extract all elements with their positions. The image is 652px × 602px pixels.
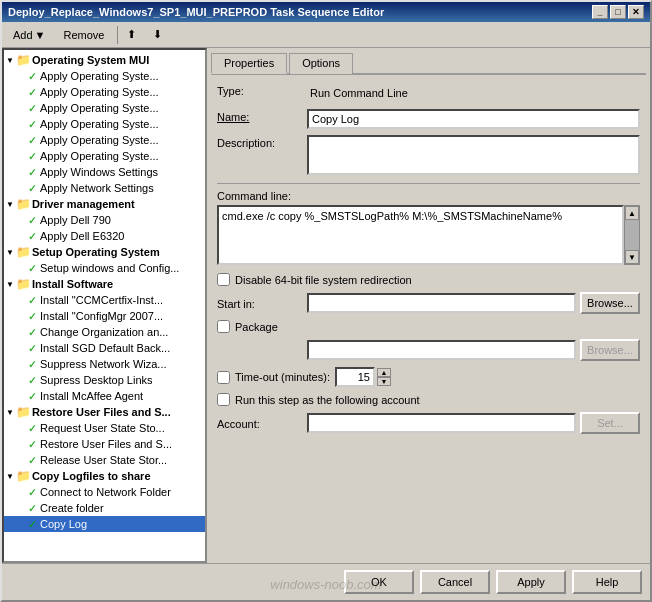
tree-item[interactable]: ✓Install SGD Default Back... — [4, 340, 205, 356]
run-as-row: Run this step as the following account — [217, 393, 640, 406]
tree-item[interactable]: ▼📁Driver management — [4, 196, 205, 212]
tab-properties[interactable]: Properties — [211, 53, 287, 74]
tree-item[interactable]: ✓Create folder — [4, 500, 205, 516]
disable-64bit-checkbox[interactable] — [217, 273, 230, 286]
check-icon: ✓ — [24, 357, 40, 371]
run-as-checkbox[interactable] — [217, 393, 230, 406]
tab-options[interactable]: Options — [289, 53, 353, 74]
help-button[interactable]: Help — [572, 570, 642, 594]
cancel-button[interactable]: Cancel — [420, 570, 490, 594]
tree-item-label: Apply Operating Syste... — [40, 86, 159, 98]
add-dropdown-icon[interactable]: ▼ — [35, 29, 46, 41]
title-bar: Deploy_Replace_Windows7_SP1_MUI_PREPROD … — [2, 2, 650, 22]
browse-start-in-button[interactable]: Browse... — [580, 292, 640, 314]
folder-icon: 📁 — [16, 469, 32, 483]
close-button[interactable]: ✕ — [628, 5, 644, 19]
description-field[interactable] — [307, 135, 640, 177]
tree-item[interactable]: ▼📁Restore User Files and S... — [4, 404, 205, 420]
account-row: Account: Set... — [217, 412, 640, 434]
tree-item[interactable]: ✓Apply Dell E6320 — [4, 228, 205, 244]
package-checkbox[interactable] — [217, 320, 230, 333]
tree-item-label: Apply Operating Syste... — [40, 102, 159, 114]
tree-item-label: Driver management — [32, 198, 135, 210]
account-input[interactable] — [307, 413, 576, 433]
spinner-up[interactable]: ▲ — [377, 368, 391, 377]
tree-item[interactable]: ✓Apply Operating Syste... — [4, 148, 205, 164]
command-box[interactable]: cmd.exe /c copy %_SMSTSLogPath% M:\%_SMS… — [217, 205, 624, 265]
scroll-up-arrow[interactable]: ▲ — [625, 206, 639, 220]
toolbar-icon1[interactable]: ⬆ — [124, 25, 146, 44]
package-input[interactable] — [307, 340, 576, 360]
bottom-bar: windows-noob.com OK Cancel Apply Help — [2, 563, 650, 600]
tree-item[interactable]: ✓Request User State Sto... — [4, 420, 205, 436]
check-icon: ✓ — [24, 229, 40, 243]
title-bar-buttons: _ □ ✕ — [592, 5, 644, 19]
tree-item[interactable]: ▼📁Copy Logfiles to share — [4, 468, 205, 484]
spinner-down[interactable]: ▼ — [377, 377, 391, 386]
tree-item[interactable]: ✓Apply Operating Syste... — [4, 116, 205, 132]
tree-item[interactable]: ✓Connect to Network Folder — [4, 484, 205, 500]
tree-item[interactable]: ✓Apply Operating Syste... — [4, 84, 205, 100]
tree-item[interactable]: ✓Apply Operating Syste... — [4, 132, 205, 148]
check-icon: ✓ — [24, 421, 40, 435]
apply-button[interactable]: Apply — [496, 570, 566, 594]
tree-item[interactable]: ✓Apply Operating Syste... — [4, 100, 205, 116]
tree-item[interactable]: ✓Release User State Stor... — [4, 452, 205, 468]
tree-item[interactable]: ✓Change Organization an... — [4, 324, 205, 340]
tree-item-label: Apply Dell 790 — [40, 214, 111, 226]
tree-item[interactable]: ▼📁Install Software — [4, 276, 205, 292]
tree-item[interactable]: ✓Apply Operating Syste... — [4, 68, 205, 84]
folder-icon: 📁 — [16, 197, 32, 211]
package-row: Browse... — [217, 339, 640, 361]
tree-item[interactable]: ✓Suppress Network Wiza... — [4, 356, 205, 372]
timeout-checkbox[interactable] — [217, 371, 230, 384]
tree-item[interactable]: ✓Setup windows and Config... — [4, 260, 205, 276]
tree-item[interactable]: ✓Restore User Files and S... — [4, 436, 205, 452]
spinner-arrows: ▲ ▼ — [377, 368, 391, 386]
check-icon: ✓ — [24, 373, 40, 387]
tree-item[interactable]: ✓Apply Dell 790 — [4, 212, 205, 228]
tree-item-label: Connect to Network Folder — [40, 486, 171, 498]
maximize-button[interactable]: □ — [610, 5, 626, 19]
command-scrollbar[interactable]: ▲ ▼ — [624, 205, 640, 265]
tree-item[interactable]: ✓Copy Log — [4, 516, 205, 532]
tree-container: ▼📁Operating System MUI✓Apply Operating S… — [4, 52, 205, 532]
type-label: Type: — [217, 83, 307, 97]
check-icon: ✓ — [24, 309, 40, 323]
set-button[interactable]: Set... — [580, 412, 640, 434]
check-icon: ✓ — [24, 133, 40, 147]
tree-item[interactable]: ✓Install McAffee Agent — [4, 388, 205, 404]
timeout-input[interactable] — [335, 367, 375, 387]
folder-icon: 📁 — [16, 245, 32, 259]
tree-item[interactable]: ✓Install "ConfigMgr 2007... — [4, 308, 205, 324]
start-in-input[interactable] — [307, 293, 576, 313]
add-button[interactable]: Add ▼ — [6, 26, 52, 44]
tree-item[interactable]: ✓Apply Windows Settings — [4, 164, 205, 180]
start-in-field: Browse... — [307, 292, 640, 314]
tree-item-label: Install "ConfigMgr 2007... — [40, 310, 163, 322]
tree-item[interactable]: ✓Apply Network Settings — [4, 180, 205, 196]
toolbar-icon2[interactable]: ⬇ — [150, 25, 172, 44]
scroll-down-arrow[interactable]: ▼ — [625, 250, 639, 264]
disable-64bit-row: Disable 64-bit file system redirection — [217, 273, 640, 286]
tree-item[interactable]: ▼📁Setup Operating System — [4, 244, 205, 260]
tree-item[interactable]: ✓Supress Desktop Links — [4, 372, 205, 388]
name-field[interactable] — [307, 109, 640, 129]
tree-item-label: Apply Operating Syste... — [40, 70, 159, 82]
main-window: Deploy_Replace_Windows7_SP1_MUI_PREPROD … — [0, 0, 652, 602]
tree-item[interactable]: ✓Install "CCMCertfix-Inst... — [4, 292, 205, 308]
icon2: ⬇ — [153, 28, 162, 41]
ok-button[interactable]: OK — [344, 570, 414, 594]
name-input[interactable] — [307, 109, 640, 129]
name-label: Name: — [217, 109, 307, 123]
right-panel: Properties Options Type: Name: — [207, 48, 650, 563]
description-label: Description: — [217, 135, 307, 149]
description-textarea[interactable] — [307, 135, 640, 175]
browse-package-button[interactable]: Browse... — [580, 339, 640, 361]
remove-button[interactable]: Remove — [56, 26, 111, 44]
tree-item[interactable]: ▼📁Operating System MUI — [4, 52, 205, 68]
tree-item-label: Install Software — [32, 278, 113, 290]
minimize-button[interactable]: _ — [592, 5, 608, 19]
tree-item-label: Restore User Files and S... — [32, 406, 171, 418]
check-icon: ✓ — [24, 517, 40, 531]
